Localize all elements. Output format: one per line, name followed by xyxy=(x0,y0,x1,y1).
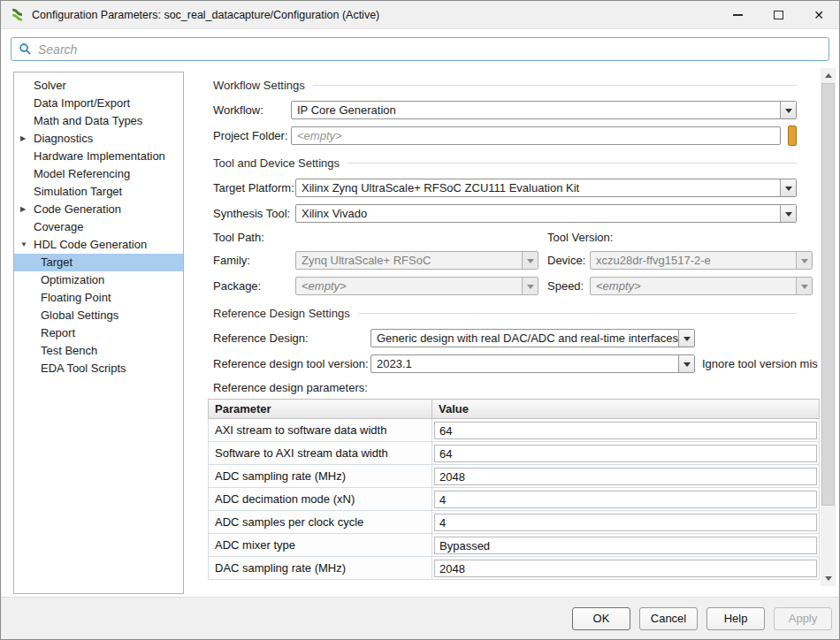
sidebar-item-report[interactable]: Report xyxy=(14,324,183,342)
chevron-down-icon xyxy=(522,252,538,269)
ignore-tool-version-label: Ignore tool version mis xyxy=(702,357,818,370)
chevron-down-icon[interactable] xyxy=(678,330,694,347)
section-title: Workflow Settings xyxy=(213,79,305,92)
search-icon xyxy=(19,42,32,56)
sidebar-item-math-and-data-types[interactable]: Math and Data Types xyxy=(14,112,183,130)
param-value-field[interactable]: 2048 xyxy=(434,560,817,577)
sidebar-item-label: Simulation Target xyxy=(34,185,122,198)
chevron-down-icon[interactable] xyxy=(780,179,796,196)
table-row: DAC sampling rate (MHz) 2048 xyxy=(209,557,820,580)
workflow-label: Workflow: xyxy=(213,103,291,117)
sidebar-item-eda-tool-scripts[interactable]: EDA Tool Scripts xyxy=(14,360,183,377)
title-bar: Configuration Parameters: soc_real_datac… xyxy=(1,1,839,29)
target-platform-dropdown[interactable]: Xilinx Zynq UltraScale+ RFSoC ZCU111 Eva… xyxy=(295,179,797,197)
search-input[interactable] xyxy=(38,42,821,57)
sidebar-item-hardware-implementation[interactable]: Hardware Implementation xyxy=(14,148,183,165)
synthesis-tool-value: Xilinx Vivado xyxy=(296,205,780,222)
package-label: Package: xyxy=(213,279,295,293)
sidebar-item-test-bench[interactable]: Test Bench xyxy=(14,342,183,360)
sidebar-item-label: Global Settings xyxy=(41,309,118,322)
target-platform-label: Target Platform: xyxy=(213,181,295,194)
section-workflow-settings: Workflow Settings xyxy=(213,77,797,93)
scrollbar-up-button[interactable] xyxy=(821,68,836,83)
project-folder-input[interactable] xyxy=(291,126,781,145)
sidebar-item-floating-point[interactable]: Floating Point xyxy=(14,289,183,307)
synthesis-tool-label: Synthesis Tool: xyxy=(213,207,295,220)
sidebar-item-diagnostics[interactable]: Diagnostics xyxy=(14,130,183,148)
apply-button[interactable]: Apply xyxy=(774,607,832,630)
device-value: xczu28dr-ffvg1517-2-e xyxy=(591,252,796,269)
vertical-scrollbar[interactable] xyxy=(821,68,836,586)
sidebar-item-global-settings[interactable]: Global Settings xyxy=(14,307,183,324)
cancel-button[interactable]: Cancel xyxy=(639,607,698,630)
table-row: ADC mixer type Bypassed xyxy=(209,534,820,557)
reference-tool-version-dropdown[interactable]: 2023.1 xyxy=(370,354,695,373)
maximize-button[interactable] xyxy=(758,1,798,28)
param-value-field[interactable]: 4 xyxy=(434,491,817,508)
table-row: ADC sampling rate (MHz) 2048 xyxy=(209,465,820,488)
sidebar-item-label: Math and Data Types xyxy=(34,114,142,127)
maximize-icon xyxy=(774,11,783,19)
target-platform-value: Xilinx Zynq UltraScale+ RFSoC ZCU111 Eva… xyxy=(296,179,780,196)
param-value-field[interactable]: 4 xyxy=(434,514,817,531)
chevron-down-icon[interactable] xyxy=(780,205,796,222)
reference-design-label: Reference Design: xyxy=(213,331,370,345)
browse-button[interactable] xyxy=(788,126,797,146)
help-button[interactable]: Help xyxy=(706,607,765,630)
sidebar-item-target[interactable]: Target xyxy=(14,254,183,271)
workflow-value: IP Core Generation xyxy=(292,102,780,118)
sidebar-item-hdl-code-generation[interactable]: HDL Code Generation xyxy=(14,236,183,254)
sidebar-item-solver[interactable]: Solver xyxy=(14,77,183,95)
sidebar-item-optimization[interactable]: Optimization xyxy=(14,271,183,289)
tool-version-label: Tool Version: xyxy=(547,231,613,244)
sidebar-item-label: Floating Point xyxy=(41,291,111,304)
reference-design-value: Generic design with real DAC/ADC and rea… xyxy=(371,330,678,347)
configuration-parameters-dialog: Configuration Parameters: soc_real_datac… xyxy=(0,0,840,640)
search-box[interactable] xyxy=(11,37,829,61)
param-value-field[interactable]: 64 xyxy=(434,445,817,462)
sidebar-item-data-import-export[interactable]: Data Import/Export xyxy=(14,95,183,112)
sidebar-item-label: Code Generation xyxy=(34,202,121,216)
window-title: Configuration Parameters: soc_real_datac… xyxy=(32,9,379,21)
sidebar-item-label: Diagnostics xyxy=(34,132,93,145)
family-value: Zynq UltraScale+ RFSoC xyxy=(296,252,522,269)
table-row: Software to AXI stream data width 64 xyxy=(209,442,820,465)
chevron-down-icon[interactable] xyxy=(678,355,694,372)
project-folder-label: Project Folder: xyxy=(213,129,291,142)
expanded-arrow-icon[interactable] xyxy=(20,236,31,254)
scrollbar-down-button[interactable] xyxy=(821,571,836,586)
ok-button[interactable]: OK xyxy=(572,607,630,630)
param-name-cell: ADC mixer type xyxy=(209,534,432,557)
param-value-field[interactable]: Bypassed xyxy=(434,537,817,554)
table-row: AXI stream to software data width 64 xyxy=(209,419,820,442)
minimize-button[interactable] xyxy=(717,1,758,28)
param-value-field[interactable]: 64 xyxy=(434,422,817,439)
sidebar-item-model-referencing[interactable]: Model Referencing xyxy=(14,165,183,183)
value-column-header[interactable]: Value xyxy=(432,400,820,419)
sidebar-item-coverage[interactable]: Coverage xyxy=(14,218,183,236)
parameter-column-header[interactable]: Parameter xyxy=(209,400,432,419)
reference-design-dropdown[interactable]: Generic design with real DAC/ADC and rea… xyxy=(370,329,695,347)
synthesis-tool-dropdown[interactable]: Xilinx Vivado xyxy=(295,204,797,223)
speed-dropdown: <empty> xyxy=(590,277,813,295)
collapsed-arrow-icon[interactable] xyxy=(20,201,31,218)
close-button[interactable]: ✕ xyxy=(798,1,839,28)
sidebar-item-code-generation[interactable]: Code Generation xyxy=(14,201,183,218)
close-icon: ✕ xyxy=(813,9,824,21)
section-reference-design-settings: Reference Design Settings xyxy=(213,305,797,321)
scrollbar-thumb[interactable] xyxy=(821,83,835,506)
simulink-app-icon xyxy=(10,7,25,22)
param-name-cell: AXI stream to software data width xyxy=(209,419,432,442)
dialog-footer: OK Cancel Help Apply xyxy=(1,597,839,639)
param-name-cell: Software to AXI stream data width xyxy=(209,442,432,465)
package-value: <empty> xyxy=(296,278,522,294)
param-value-field[interactable]: 2048 xyxy=(434,468,817,485)
tool-path-label: Tool Path: xyxy=(213,231,547,244)
section-tool-device-settings: Tool and Device Settings xyxy=(213,155,797,171)
speed-value: <empty> xyxy=(591,278,796,294)
sidebar-item-simulation-target[interactable]: Simulation Target xyxy=(14,183,183,201)
chevron-down-icon[interactable] xyxy=(780,102,796,118)
collapsed-arrow-icon[interactable] xyxy=(20,130,31,148)
workflow-row: Workflow: IP Core Generation xyxy=(213,100,797,120)
workflow-dropdown[interactable]: IP Core Generation xyxy=(291,101,797,119)
